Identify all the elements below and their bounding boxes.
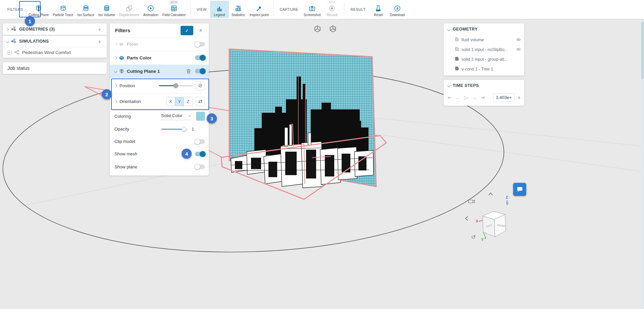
step-forward-icon[interactable]: → xyxy=(472,95,477,100)
coloring-dropdown[interactable]: Solid Color xyxy=(160,112,191,120)
solid-color-swatch[interactable] xyxy=(196,112,205,121)
add-geometry-button[interactable]: + xyxy=(96,25,103,33)
chevron-down-icon xyxy=(447,28,451,31)
toolbar-download-button[interactable]: Download xyxy=(388,1,406,18)
tool-label: Inspect point xyxy=(250,13,269,17)
geometries-card: GEOMETRIES (3) + xyxy=(3,23,107,35)
geometry-item-fluid-volume[interactable]: fluid volume xyxy=(444,35,524,45)
rotate-ccw-icon[interactable]: ↺ xyxy=(471,234,476,240)
camera-views-icon[interactable] xyxy=(468,200,475,203)
geometry-item-solid-2[interactable]: solid 2 input - group-all... xyxy=(444,54,524,64)
play-icon[interactable]: ▷ xyxy=(464,95,468,100)
visibility-eye-icon[interactable] xyxy=(516,47,521,52)
chevron-right-icon xyxy=(6,28,9,31)
chevron-right-icon xyxy=(114,56,117,59)
opacity-slider[interactable] xyxy=(161,127,188,132)
apply-button[interactable]: ✓ xyxy=(181,26,193,35)
toolbar-record-button[interactable]: BETA Record xyxy=(323,1,341,18)
viewport-scrollbar[interactable] xyxy=(641,19,644,309)
cutting-plane-1-row[interactable]: Cutting Plane 1 xyxy=(110,65,209,78)
toolbar-iso-volume-button[interactable]: Iso Volume xyxy=(96,1,117,18)
skip-to-end-icon[interactable]: ⇥ xyxy=(481,95,485,100)
geometries-row[interactable]: GEOMETRIES (3) + xyxy=(3,23,107,35)
chat-bubble-icon xyxy=(516,186,523,193)
geometries-label: GEOMETRIES (3) xyxy=(19,27,55,32)
orientation-row[interactable]: Orientation X Y Z ⇄ xyxy=(110,94,209,109)
x-axis-label: X xyxy=(476,219,478,223)
expand-plus-icon[interactable]: + xyxy=(7,50,12,55)
position-slider[interactable] xyxy=(159,83,193,88)
coloring-row: Coloring Solid Color xyxy=(110,109,209,123)
toolbar-legend-button[interactable]: Legend xyxy=(210,1,229,18)
geometry-item-solid-1[interactable]: solid 1 input - noSlipBo... xyxy=(444,45,524,54)
visibility-eye-icon[interactable] xyxy=(516,38,521,42)
toolbar-screenshot-button[interactable]: Screenshot xyxy=(302,1,323,18)
floor-label: Floor xyxy=(127,42,138,47)
clip-model-toggle[interactable] xyxy=(195,139,205,144)
geometry-header[interactable]: GEOMETRY xyxy=(444,23,524,35)
result-group-label: RESULT xyxy=(350,7,365,11)
step-back-icon[interactable]: ← xyxy=(456,95,461,100)
time-steps-header[interactable]: TIME STEPS xyxy=(444,80,524,91)
axis-z-button[interactable]: Z xyxy=(184,97,193,106)
show-mesh-label: Show mesh xyxy=(114,151,137,156)
floor-toggle[interactable] xyxy=(195,42,205,47)
toolbar-statistics-button[interactable]: Statistics xyxy=(229,1,248,18)
toolbar-inspect-point-button[interactable]: Inspect point xyxy=(248,1,271,18)
axis-x-button[interactable]: X xyxy=(166,97,175,106)
show-plane-toggle[interactable] xyxy=(195,164,205,169)
home-view-icon[interactable]: ⌂ xyxy=(506,200,509,205)
delete-trash-icon[interactable] xyxy=(185,68,192,74)
iso-surface-icon xyxy=(82,4,90,12)
pan-up-chevron-icon[interactable] xyxy=(489,193,493,195)
cutting-plane-1-label: Cutting Plane 1 xyxy=(127,69,160,74)
pan-left-chevron-icon[interactable] xyxy=(465,216,468,220)
chat-support-button[interactable] xyxy=(513,183,526,196)
show-mesh-toggle[interactable] xyxy=(195,152,205,156)
annotation-badge-4: 4 xyxy=(182,149,192,159)
toolbar-displacement-button[interactable]: Displacement xyxy=(117,1,141,18)
skip-to-start-icon[interactable]: ⇤ xyxy=(448,95,452,100)
toolbar-iso-surface-button[interactable]: Iso Surface xyxy=(75,1,96,18)
toolbar-divider xyxy=(344,3,344,16)
filters-panel: Filters ✓ × Floor Parts Color Cutting Pl… xyxy=(110,23,209,175)
tool-label: Screenshot xyxy=(304,13,321,17)
simulations-card: SIMULATIONS + + Pedestrian Wind Comfort xyxy=(3,36,107,58)
close-button[interactable]: × xyxy=(196,26,205,35)
axis-y-button[interactable]: Y xyxy=(175,97,184,106)
show-mesh-row: Show mesh xyxy=(110,148,209,160)
simulations-row[interactable]: SIMULATIONS + xyxy=(3,36,107,47)
simulation-item-row[interactable]: + Pedestrian Wind Comfort xyxy=(3,47,107,58)
time-steps-title: TIME STEPS xyxy=(453,83,479,88)
cutting-plane-icon xyxy=(35,4,42,12)
navigation-widget[interactable]: ↺ ⌂ Z X Y LEFT FRONT xyxy=(460,188,531,245)
time-value-field[interactable]: 3.403e+ xyxy=(493,93,514,102)
toolbar-reset-button[interactable]: Reset xyxy=(369,1,388,18)
toolbar-particle-trace-button[interactable]: Particle Trace xyxy=(51,1,75,18)
toolbar-animation-button[interactable]: Animation xyxy=(141,1,160,18)
parts-color-toggle[interactable] xyxy=(195,55,205,60)
perspective-view-icon[interactable] xyxy=(313,25,321,33)
chevron-right-icon xyxy=(114,100,117,103)
tool-label: Statistics xyxy=(232,13,245,17)
position-reset-button[interactable]: ⊘ xyxy=(196,81,205,90)
toolbar-field-calculator-button[interactable]: BETA Field Calculator xyxy=(160,1,188,18)
parts-color-filter-row[interactable]: Parts Color xyxy=(110,51,209,65)
toolbar-cutting-plane-button[interactable]: Cutting Plane xyxy=(27,1,51,18)
annotation-badge-2: 2 xyxy=(102,89,112,99)
simulations-label: SIMULATIONS xyxy=(19,39,49,44)
cutting-plane-toggle[interactable] xyxy=(195,69,205,73)
add-simulation-button[interactable]: + xyxy=(96,38,103,45)
floor-filter-row[interactable]: Floor xyxy=(110,38,209,51)
screenshot-camera-icon xyxy=(308,4,316,12)
orthographic-view-icon[interactable] xyxy=(329,25,337,33)
simulation-item-label: Pedestrian Wind Comfort xyxy=(22,50,71,55)
flip-orientation-button[interactable]: ⇄ xyxy=(196,97,205,106)
geometry-item-v-cond[interactable]: v-cond 1 - Tree 1 xyxy=(444,64,524,74)
position-row[interactable]: Position ⊘ xyxy=(110,78,209,94)
scrollbar-thumb[interactable] xyxy=(641,22,644,79)
animation-icon xyxy=(147,4,154,12)
solid-part-icon xyxy=(455,66,459,71)
filters-header: Filters ✓ × xyxy=(110,23,209,38)
top-toolbar: FILTERS Cutting Plane Particle Trace Iso… xyxy=(0,0,644,19)
